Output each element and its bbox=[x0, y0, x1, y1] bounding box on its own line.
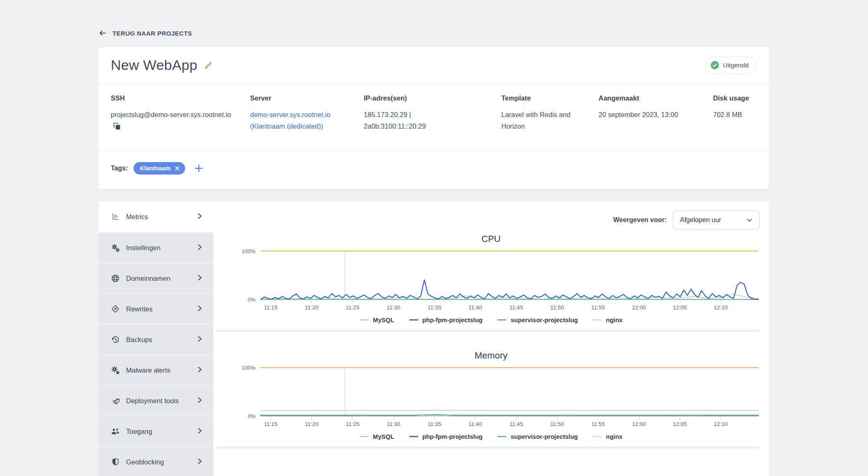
legend-item-nginx[interactable]: nginx bbox=[593, 316, 622, 323]
svg-text:11:20: 11:20 bbox=[305, 421, 319, 427]
sidebar-item-instellingen[interactable]: Instellingen bbox=[98, 232, 213, 263]
tags-label: Tags: bbox=[111, 165, 128, 172]
svg-text:12:10: 12:10 bbox=[714, 304, 728, 311]
legend-label: php-fpm-projectslug bbox=[422, 316, 483, 323]
page-title: New WebApp bbox=[111, 57, 197, 73]
info-ip: IP-adres(sen) 185.173.20.29 | 2a0b:3100:… bbox=[364, 94, 501, 133]
svg-text:11:40: 11:40 bbox=[469, 421, 482, 427]
filter-label: Weergeven voor: bbox=[613, 216, 667, 224]
sidebar-item-backups[interactable]: Backups bbox=[98, 324, 213, 354]
sidebar-item-domeinnamen[interactable]: Domeinnamen bbox=[98, 263, 213, 293]
svg-text:11:50: 11:50 bbox=[551, 421, 564, 427]
legend-label: nginx bbox=[606, 316, 622, 323]
time-range-select[interactable]: Afgelopen uur bbox=[673, 210, 760, 230]
metrics-card: Metrics Instellingen Domeinnamen Rewrite… bbox=[98, 201, 769, 476]
sidebar-item-label: Deployment tools bbox=[126, 397, 190, 405]
info-created-label: Aangemaakt bbox=[599, 94, 713, 102]
svg-text:11:45: 11:45 bbox=[510, 304, 523, 311]
tags-row: Tags: Klantnaam bbox=[98, 150, 769, 189]
sidebar-item-toegang[interactable]: Toegang bbox=[98, 416, 213, 446]
svg-text:11:15: 11:15 bbox=[264, 421, 278, 427]
add-tag-button[interactable] bbox=[194, 164, 203, 173]
svg-text:11:30: 11:30 bbox=[387, 421, 401, 427]
project-sidebar: Metrics Instellingen Domeinnamen Rewrite… bbox=[98, 201, 213, 476]
svg-text:11:30: 11:30 bbox=[387, 304, 401, 311]
legend-label: MySQL bbox=[373, 316, 394, 323]
sidebar-item-deployment-tools[interactable]: Deployment tools bbox=[98, 385, 213, 416]
sidebar-item-geoblocking[interactable]: Geoblocking bbox=[98, 446, 213, 476]
sidebar-item-label: Rewrites bbox=[126, 305, 190, 313]
cpu-chart-legend: MySQLphp-fpm-projectslugsupervisor-proje… bbox=[213, 316, 769, 323]
legend-item-php-fpm-projectslug[interactable]: php-fpm-projectslug bbox=[409, 433, 483, 440]
svg-text:11:15: 11:15 bbox=[264, 304, 278, 311]
svg-text:11:50: 11:50 bbox=[551, 304, 564, 311]
chevron-down-icon bbox=[746, 217, 753, 223]
legend-dash bbox=[497, 436, 506, 437]
project-header-card: New WebApp Uitgerold SSH projectslug@dem… bbox=[98, 47, 769, 189]
chevron-right-icon bbox=[196, 366, 203, 375]
backups-icon bbox=[111, 335, 120, 344]
svg-text:12:05: 12:05 bbox=[673, 421, 687, 427]
copy-ssh-icon[interactable] bbox=[113, 122, 121, 133]
svg-text:11:55: 11:55 bbox=[591, 421, 605, 427]
chevron-right-icon bbox=[196, 305, 203, 313]
sidebar-item-metrics[interactable]: Metrics bbox=[98, 201, 213, 232]
info-ip-value: 185.173.20.29 | 2a0b:3100:11::20:29 bbox=[364, 109, 461, 132]
remove-tag-icon[interactable] bbox=[175, 166, 180, 171]
legend-dash bbox=[593, 319, 602, 321]
chevron-right-icon bbox=[196, 274, 203, 283]
legend-dash bbox=[593, 436, 602, 437]
sidebar-item-malware-alerts[interactable]: Malware alerts bbox=[98, 354, 213, 385]
legend-item-supervisor-projectslug[interactable]: supervisor-projectslug bbox=[497, 316, 578, 323]
status-check-icon bbox=[711, 61, 719, 69]
chevron-right-icon bbox=[196, 244, 203, 252]
legend-dash bbox=[409, 319, 418, 321]
info-ip-label: IP-adres(sen) bbox=[364, 94, 501, 102]
info-ssh-value: projectslug@demo-server.sys.rootnet.io bbox=[111, 111, 231, 118]
memory-chart-section: Memory 11:1511:2011:2511:3011:3511:4011:… bbox=[213, 350, 769, 440]
sidebar-item-rewrites[interactable]: Rewrites bbox=[98, 293, 213, 324]
tag-klantnaam[interactable]: Klantnaam bbox=[134, 162, 185, 175]
legend-item-MySQL[interactable]: MySQL bbox=[360, 433, 394, 440]
svg-text:11:25: 11:25 bbox=[346, 421, 360, 427]
svg-text:11:20: 11:20 bbox=[305, 304, 319, 311]
legend-label: supervisor-projectslug bbox=[510, 433, 578, 440]
cpu-chart-section: CPU 11:1511:2011:2511:3011:3511:4011:451… bbox=[213, 234, 769, 323]
memory-chart: 11:1511:2011:2511:3011:3511:4011:4511:50… bbox=[213, 362, 769, 428]
legend-label: supervisor-projectslug bbox=[510, 316, 578, 323]
back-to-projects-link[interactable]: TERUG NAAR PROJECTS bbox=[98, 29, 769, 37]
page: TERUG NAAR PROJECTS New WebApp Uitgerold… bbox=[98, 29, 769, 476]
status-badge-label: Uitgerold bbox=[723, 62, 749, 69]
globe-icon bbox=[111, 274, 120, 282]
info-created: Aangemaakt 20 september 2023, 13:00 bbox=[599, 94, 713, 133]
svg-text:11:45: 11:45 bbox=[510, 421, 523, 427]
sidebar-item-label: Malware alerts bbox=[126, 366, 190, 374]
svg-text:12:00: 12:00 bbox=[632, 421, 646, 427]
metrics-panel: Weergeven voor: Afgelopen uur CPU 11:151… bbox=[213, 201, 769, 476]
svg-text:0%: 0% bbox=[248, 413, 255, 419]
legend-item-MySQL[interactable]: MySQL bbox=[360, 316, 394, 323]
malware-icon bbox=[111, 366, 120, 375]
svg-text:11:55: 11:55 bbox=[591, 304, 605, 311]
back-label: TERUG NAAR PROJECTS bbox=[112, 30, 192, 37]
section-divider bbox=[216, 447, 760, 449]
info-ssh: SSH projectslug@demo-server.sys.rootnet.… bbox=[111, 94, 250, 133]
chevron-right-icon bbox=[196, 335, 203, 344]
legend-item-php-fpm-projectslug[interactable]: php-fpm-projectslug bbox=[409, 316, 483, 323]
edit-title-icon[interactable] bbox=[204, 61, 213, 70]
info-template-label: Template bbox=[501, 94, 599, 102]
sidebar-item-label: Instellingen bbox=[126, 244, 190, 252]
server-link[interactable]: demo-server.sys.rootnet.io (Klantnaam (d… bbox=[250, 109, 364, 132]
project-info-row: SSH projectslug@demo-server.sys.rootnet.… bbox=[98, 84, 769, 150]
section-divider bbox=[216, 330, 760, 332]
legend-item-supervisor-projectslug[interactable]: supervisor-projectslug bbox=[497, 433, 578, 440]
info-server-label: Server bbox=[250, 94, 364, 102]
info-template: Template Laravel with Redis and Horizon bbox=[501, 94, 599, 133]
memory-chart-title: Memory bbox=[213, 350, 769, 361]
legend-label: php-fpm-projectslug bbox=[422, 433, 483, 440]
info-disk: Disk usage 702.8 MB bbox=[713, 94, 756, 133]
legend-item-nginx[interactable]: nginx bbox=[593, 433, 622, 440]
chevron-right-icon bbox=[196, 427, 203, 436]
svg-text:11:35: 11:35 bbox=[428, 304, 441, 311]
info-template-value: Laravel with Redis and Horizon bbox=[501, 109, 590, 132]
